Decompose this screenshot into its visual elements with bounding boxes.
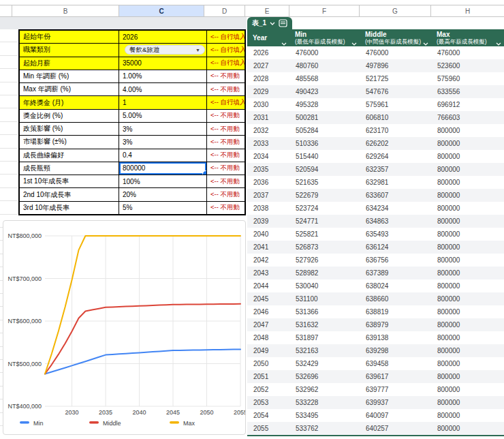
table-cell[interactable]: 532962	[289, 383, 360, 396]
table-cell[interactable]: 800000	[431, 163, 504, 176]
table-cell[interactable]: 533228	[289, 396, 360, 409]
form-label-cell[interactable]: 年終獎金 (月)	[20, 96, 119, 108]
table-cell[interactable]: 800000	[431, 241, 504, 254]
form-note-cell[interactable]: <-- 自行填入	[207, 44, 245, 56]
form-label-cell[interactable]: 成長曲線偏好	[20, 149, 119, 162]
table-cell[interactable]: 800000	[431, 202, 504, 215]
form-note-cell[interactable]: <-- 自行填入	[207, 31, 245, 43]
table-cell[interactable]: 633556	[431, 85, 504, 98]
form-note-cell[interactable]: <-- 自行填入	[207, 96, 245, 108]
form-label-cell[interactable]: 起始月薪	[20, 57, 119, 70]
table-cell[interactable]: 480760	[289, 59, 360, 72]
form-label-cell[interactable]: Min 年調薪 (%)	[20, 70, 119, 82]
table-cell[interactable]: 476000	[360, 46, 431, 59]
table-cell[interactable]: 476000	[289, 46, 360, 59]
table-cell[interactable]: 476000	[431, 46, 504, 59]
table-cell[interactable]: 638660	[360, 292, 431, 305]
table-cell[interactable]: 528982	[289, 267, 360, 279]
table-cell[interactable]: 640097	[360, 409, 431, 422]
table-cell[interactable]: 2054	[247, 409, 289, 422]
table-cell[interactable]: 639777	[360, 383, 431, 396]
table-cell[interactable]: 547676	[360, 85, 431, 98]
table-cell[interactable]: 505284	[289, 124, 360, 137]
table-cell[interactable]: 800000	[431, 292, 504, 305]
table-cell[interactable]: 2052	[247, 383, 289, 396]
form-note-cell[interactable]: <-- 不用動	[207, 175, 245, 187]
column-header-middle[interactable]: Middle (中間值年薪成長模擬)	[360, 29, 431, 46]
table-cell[interactable]: 633607	[360, 189, 431, 202]
table-cell[interactable]: 639617	[360, 370, 431, 383]
category-dropdown[interactable]: 餐飲&旅遊▼	[125, 45, 205, 55]
table-cell[interactable]: 800000	[431, 267, 504, 279]
table-cell[interactable]: 2029	[247, 85, 289, 98]
table-cell[interactable]: 2053	[247, 396, 289, 409]
form-value-cell[interactable]: 4.00%	[119, 83, 207, 95]
table-cell[interactable]: 495328	[289, 98, 360, 111]
column-header-year[interactable]: Year	[247, 29, 289, 46]
table-cell[interactable]: 606810	[360, 111, 431, 124]
table-cell[interactable]: 531366	[289, 305, 360, 318]
table-cell[interactable]: 800000	[431, 150, 504, 163]
table-cell[interactable]: 639937	[360, 396, 431, 409]
form-note-cell[interactable]: <-- 不用動	[207, 136, 245, 148]
table-cell[interactable]: 634863	[360, 215, 431, 228]
table-cell[interactable]: 2031	[247, 111, 289, 124]
table-cell[interactable]: 2040	[247, 228, 289, 241]
table-cell[interactable]: 2045	[247, 292, 289, 305]
series-line-min[interactable]	[45, 349, 240, 374]
table-cell[interactable]: 632981	[360, 176, 431, 189]
table-cell[interactable]: 800000	[431, 279, 504, 292]
salary-growth-chart[interactable]: NT$400,000NT$500,000NT$600,000NT$700,000…	[3, 220, 246, 435]
form-value-cell[interactable]: 100%	[119, 175, 207, 187]
table-cell[interactable]: 634234	[360, 202, 431, 215]
form-label-cell[interactable]: 市場影響 (±%)	[20, 136, 119, 148]
table-cell[interactable]: 800000	[431, 189, 504, 202]
table-cell[interactable]: 639458	[360, 357, 431, 370]
form-note-cell[interactable]: <-- 自行填入	[207, 57, 245, 70]
series-line-max[interactable]	[45, 236, 240, 374]
table-cell[interactable]: 637389	[360, 267, 431, 279]
table-cell[interactable]: 2050	[247, 357, 289, 370]
table-cell[interactable]: 800000	[431, 357, 504, 370]
table-cell[interactable]: 766603	[431, 111, 504, 124]
column-header-min[interactable]: Min (最低年薪成長模擬)	[289, 29, 360, 46]
table-cell[interactable]: 800000	[431, 137, 504, 150]
form-label-cell[interactable]: Max 年調薪 (%)	[20, 83, 119, 95]
column-header-g[interactable]: G	[360, 5, 431, 16]
table-cell[interactable]: 639298	[360, 344, 431, 357]
column-header-e[interactable]: E	[245, 5, 289, 16]
table-cell[interactable]: 533762	[289, 422, 360, 435]
form-note-cell[interactable]: <-- 不用動	[207, 110, 245, 122]
chevron-down-icon[interactable]	[351, 36, 357, 47]
form-label-cell[interactable]: 職業類別	[20, 44, 119, 56]
table-cell[interactable]: 800000	[431, 228, 504, 241]
table-cell[interactable]: 522679	[289, 189, 360, 202]
table-cell[interactable]: 800000	[431, 215, 504, 228]
form-value-cell[interactable]: 3%	[119, 136, 207, 148]
table-cell[interactable]: 800000	[431, 409, 504, 422]
table-cell[interactable]: 623170	[360, 124, 431, 137]
table-cell[interactable]: 2055	[247, 422, 289, 435]
table-cell[interactable]: 524771	[289, 215, 360, 228]
table-cell[interactable]: 2034	[247, 150, 289, 163]
table-cell[interactable]: 800000	[431, 176, 504, 189]
form-note-cell[interactable]: <-- 不用動	[207, 202, 245, 214]
table-cell[interactable]: 527926	[289, 254, 360, 267]
table-cell[interactable]: 2035	[247, 163, 289, 176]
table-cell[interactable]: 800000	[431, 318, 504, 331]
table-cell[interactable]: 2042	[247, 254, 289, 267]
form-value-cell[interactable]: 1	[119, 96, 207, 108]
column-header-c-selected[interactable]: C	[119, 5, 204, 16]
table-cell[interactable]: 2027	[247, 59, 289, 72]
column-header-d[interactable]: D	[204, 5, 245, 16]
table-cell[interactable]: 800000	[431, 344, 504, 357]
table-cell[interactable]: 2039	[247, 215, 289, 228]
table-cell[interactable]: 800000	[431, 331, 504, 344]
form-note-cell[interactable]: <-- 不用動	[207, 70, 245, 82]
table-cell[interactable]: 532429	[289, 357, 360, 370]
table-cell[interactable]: 2043	[247, 267, 289, 279]
table-cell[interactable]: 530040	[289, 279, 360, 292]
table-cell[interactable]: 2046	[247, 305, 289, 318]
form-label-cell[interactable]: 2nd 10年成長率	[20, 188, 119, 200]
table-cell[interactable]: 532163	[289, 344, 360, 357]
